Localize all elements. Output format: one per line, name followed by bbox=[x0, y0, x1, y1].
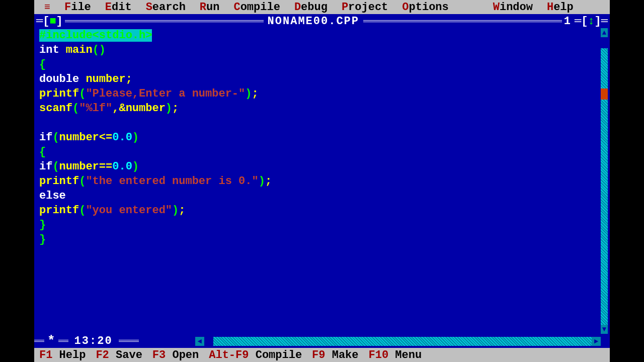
scroll-down-icon[interactable]: ▼ bbox=[601, 325, 608, 334]
system-menu-icon[interactable]: ≡ bbox=[44, 2, 50, 13]
code-line[interactable]: printf("the entered number is 0."); bbox=[39, 174, 600, 189]
code-line[interactable]: if(number<=0.0) bbox=[39, 130, 600, 145]
menu-project[interactable]: Project bbox=[342, 1, 388, 14]
vertical-scrollbar[interactable]: ▲ ▼ bbox=[601, 28, 608, 334]
menu-search[interactable]: Search bbox=[146, 1, 186, 14]
status-compile[interactable]: Alt-F9 Compile bbox=[209, 349, 302, 361]
window-number: 1 bbox=[562, 15, 573, 28]
code-line[interactable]: scanf("%lf",&number); bbox=[39, 101, 600, 116]
status-make[interactable]: F9 Make bbox=[312, 349, 358, 361]
status-menu[interactable]: F10 Menu bbox=[369, 349, 422, 361]
code-line[interactable]: int main() bbox=[39, 43, 600, 57]
code-line[interactable]: #include<stdio.h> bbox=[39, 28, 600, 43]
editor-window: ═[■] NONAME00.CPP 1 ═[↕]═ #include<stdio… bbox=[34, 14, 610, 348]
scroll-right-icon[interactable]: ► bbox=[592, 337, 601, 346]
code-line[interactable]: else bbox=[39, 189, 600, 203]
code-editor[interactable]: #include<stdio.h>int main(){double numbe… bbox=[39, 28, 600, 334]
menubar: ≡ FileEditSearchRunCompileDebugProjectOp… bbox=[34, 0, 610, 14]
code-line[interactable]: if(number==0.0) bbox=[39, 159, 600, 174]
scroll-thumb-h[interactable] bbox=[204, 337, 213, 346]
menu-file[interactable]: File bbox=[64, 1, 91, 14]
scroll-left-icon[interactable]: ◄ bbox=[195, 337, 204, 346]
status-save[interactable]: F2 Save bbox=[96, 349, 142, 361]
statusbar: F1 HelpF2 SaveF3 OpenAlt-F9 CompileF9 Ma… bbox=[34, 348, 610, 362]
menu-options[interactable]: Options bbox=[402, 1, 448, 14]
menu-compile[interactable]: Compile bbox=[233, 1, 280, 14]
window-close-button[interactable]: ═[■] bbox=[34, 15, 65, 28]
window-maximize-button[interactable]: ═[↕]═ bbox=[573, 15, 610, 28]
code-line[interactable]: printf("Please,Enter a number-"); bbox=[39, 86, 600, 101]
code-line[interactable]: { bbox=[39, 57, 600, 72]
modified-indicator-icon: * bbox=[44, 333, 58, 348]
menu-window[interactable]: Window bbox=[493, 1, 533, 14]
menu-edit[interactable]: Edit bbox=[105, 1, 132, 14]
cursor-position: 13:20 bbox=[68, 335, 119, 347]
code-line[interactable]: double number; bbox=[39, 72, 600, 86]
code-line[interactable] bbox=[39, 116, 600, 130]
window-title: NONAME00.CPP bbox=[264, 15, 363, 28]
code-line[interactable]: { bbox=[39, 145, 600, 159]
scroll-thumb-v[interactable] bbox=[601, 88, 608, 100]
menu-help[interactable]: Help bbox=[547, 1, 574, 14]
status-help[interactable]: F1 Help bbox=[39, 349, 86, 361]
horizontal-scrollbar[interactable]: ◄ ► bbox=[195, 337, 601, 346]
scroll-up-icon[interactable]: ▲ bbox=[601, 28, 608, 37]
status-open[interactable]: F3 Open bbox=[152, 349, 199, 361]
code-line[interactable]: printf("you entered"); bbox=[39, 203, 600, 218]
window-titlebar: ═[■] NONAME00.CPP 1 ═[↕]═ bbox=[34, 14, 610, 28]
code-line[interactable]: } bbox=[39, 218, 600, 232]
menu-debug[interactable]: Debug bbox=[294, 1, 328, 14]
code-line[interactable]: } bbox=[39, 232, 600, 247]
menu-run[interactable]: Run bbox=[200, 1, 220, 14]
